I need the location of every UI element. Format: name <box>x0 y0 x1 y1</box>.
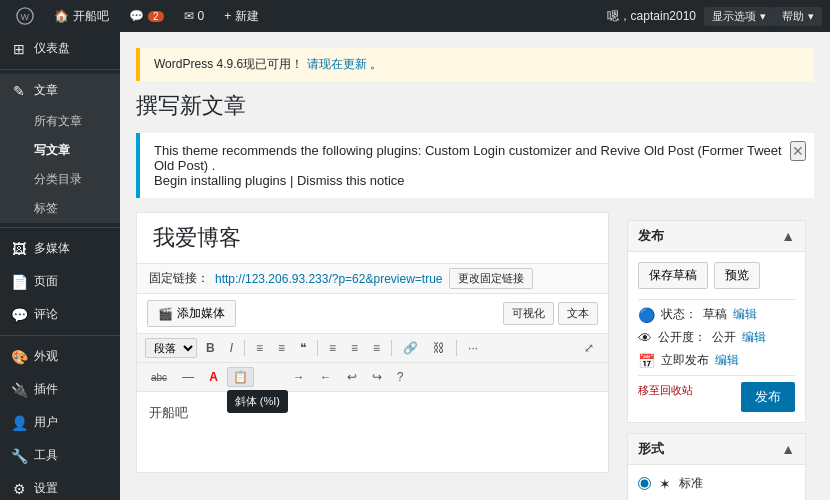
format-select[interactable]: 段落 <box>145 338 197 358</box>
publish-actions: 保存草稿 预览 <box>638 262 795 289</box>
horizontal-rule-button[interactable]: — <box>176 367 200 387</box>
sidebar-item-posts[interactable]: ✎ 文章 <box>0 74 120 107</box>
settings-icon: ⚙ <box>10 481 28 497</box>
comment-icon: 💬 <box>129 9 144 23</box>
adminbar-new[interactable]: + 新建 <box>216 8 266 25</box>
adminbar-messages[interactable]: ✉ 0 <box>176 9 213 23</box>
page-title: 撰写新文章 <box>136 91 814 121</box>
close-notice-button[interactable]: ✕ <box>790 141 806 161</box>
svg-text:W: W <box>21 12 30 22</box>
align-left-button[interactable]: ≡ <box>323 338 342 358</box>
adminbar-comments[interactable]: 💬 2 <box>121 9 172 23</box>
publish-panel: 发布 ▲ 保存草稿 预览 🔵 状态： 草稿 编辑 <box>627 220 806 423</box>
wp-logo[interactable]: W <box>8 7 42 25</box>
indent-button[interactable]: → <box>287 367 311 387</box>
change-permalink-button[interactable]: 更改固定链接 <box>449 268 533 289</box>
sidebar-item-users[interactable]: 👤 用户 <box>0 406 120 439</box>
update-notice: WordPress 4.9.6现已可用！ 请现在更新 。 <box>136 48 814 81</box>
sidebar-item-categories[interactable]: 分类目录 <box>0 165 120 194</box>
ordered-list-button[interactable]: ≡ <box>272 338 291 358</box>
italic-button[interactable]: I <box>224 338 239 358</box>
publish-footer: 移至回收站 发布 <box>638 382 795 412</box>
outdent-button[interactable]: ← <box>314 367 338 387</box>
message-icon: ✉ <box>184 9 194 23</box>
sidebar-item-media[interactable]: 🖼 多媒体 <box>0 232 120 265</box>
sidebar-item-all-posts[interactable]: 所有文章 <box>0 107 120 136</box>
format-panel-body: ✶ 标准 📄 日志 🖼 相册 🔗 <box>628 465 805 500</box>
toolbar-separator-2 <box>317 340 318 356</box>
update-link[interactable]: 请现在更新 <box>307 57 367 71</box>
strikethrough-button[interactable]: abc <box>145 369 173 386</box>
comments-icon: 💬 <box>10 307 28 323</box>
help-button[interactable]: 帮助 ▾ <box>774 7 822 26</box>
visual-tab[interactable]: 可视化 <box>503 302 554 325</box>
media-add-bar: 🎬 添加媒体 可视化 文本 <box>137 294 608 334</box>
publish-time-edit-link[interactable]: 编辑 <box>715 352 739 369</box>
publish-panel-toggle[interactable]: ▲ <box>781 228 795 244</box>
visibility-edit-link[interactable]: 编辑 <box>742 329 766 346</box>
preview-button[interactable]: 预览 <box>714 262 760 289</box>
editor-wrapper: 固定链接： http://123.206.93.233/?p=62&previe… <box>136 212 609 473</box>
sidebar-item-comments[interactable]: 💬 评论 <box>0 298 120 331</box>
text-tab[interactable]: 文本 <box>558 302 598 325</box>
add-media-button[interactable]: 🎬 添加媒体 <box>147 300 236 327</box>
italic-tooltip: 斜体 (%I) <box>227 390 288 413</box>
sidebar-item-tags[interactable]: 标签 <box>0 194 120 223</box>
bold-button[interactable]: B <box>200 338 221 358</box>
appearance-icon: 🎨 <box>10 349 28 365</box>
sidebar-item-write-post[interactable]: 写文章 <box>0 136 120 165</box>
media-icon: 🖼 <box>10 241 28 257</box>
post-title-input[interactable] <box>145 221 600 255</box>
status-row: 🔵 状态： 草稿 编辑 <box>638 306 795 323</box>
editor-body[interactable]: 开船吧 <box>137 392 608 472</box>
dashboard-icon: ⊞ <box>10 41 28 57</box>
post-title-area <box>137 213 608 264</box>
read-more-button[interactable]: ··· <box>462 338 484 358</box>
sidebar-item-tools[interactable]: 🔧 工具 <box>0 439 120 472</box>
permalink-row: 固定链接： http://123.206.93.233/?p=62&previe… <box>137 264 608 294</box>
sidebar-item-appearance[interactable]: 🎨 外观 <box>0 340 120 373</box>
standard-icon: ✶ <box>659 476 671 492</box>
toolbar-row-2: abc — A 📋 斜体 (%I) → ← ↩ ↪ ? <box>137 363 608 392</box>
unordered-list-button[interactable]: ≡ <box>250 338 269 358</box>
paste-text-button[interactable]: 📋 <box>227 367 254 387</box>
align-right-button[interactable]: ≡ <box>367 338 386 358</box>
sidebar-item-dashboard[interactable]: ⊞ 仪表盘 <box>0 32 120 65</box>
adminbar-site-name[interactable]: 🏠 开船吧 <box>46 8 117 25</box>
format-standard-radio[interactable] <box>638 477 651 490</box>
pages-icon: 📄 <box>10 274 28 290</box>
sidebar-item-plugins[interactable]: 🔌 插件 <box>0 373 120 406</box>
undo-button[interactable]: ↩ <box>341 367 363 387</box>
display-options-button[interactable]: 显示选项 ▾ <box>704 7 774 26</box>
editor-view-tabs: 可视化 文本 <box>503 302 598 325</box>
dismiss-notice-link[interactable]: Dismiss this notice <box>297 173 405 188</box>
adminbar-greeting[interactable]: 嗯，captain2010 <box>599 8 704 25</box>
format-standard: ✶ 标准 <box>638 475 795 492</box>
save-draft-button[interactable]: 保存草稿 <box>638 262 708 289</box>
begin-install-link[interactable]: Begin installing plugins <box>154 173 286 188</box>
sidebar-item-pages[interactable]: 📄 页面 <box>0 265 120 298</box>
blockquote-button[interactable]: ❝ <box>294 338 312 358</box>
redo-button[interactable]: ↪ <box>366 367 388 387</box>
fullscreen-button[interactable]: ⤢ <box>578 338 600 358</box>
main-content: WordPress 4.9.6现已可用！ 请现在更新 。 撰写新文章 This … <box>120 32 830 500</box>
align-center-button[interactable]: ≡ <box>345 338 364 358</box>
font-color-button[interactable]: A <box>203 367 224 387</box>
publish-panel-body: 保存草稿 预览 🔵 状态： 草稿 编辑 👁 公开度： 公开 编辑 <box>628 252 805 422</box>
format-panel-toggle[interactable]: ▲ <box>781 441 795 457</box>
sidebar-item-settings[interactable]: ⚙ 设置 <box>0 472 120 500</box>
plugin1-link[interactable]: Custom Login customizer <box>425 143 572 158</box>
toolbar-separator-3 <box>391 340 392 356</box>
publish-button[interactable]: 发布 <box>741 382 795 412</box>
right-sidebar: 发布 ▲ 保存草稿 预览 🔵 状态： 草稿 编辑 <box>619 212 814 500</box>
move-to-trash-link[interactable]: 移至回收站 <box>638 384 693 396</box>
help-button[interactable]: ? <box>391 367 410 387</box>
permalink-url[interactable]: http://123.206.93.233/?p=62&preview=true <box>215 272 443 286</box>
home-icon: 🏠 <box>54 9 69 23</box>
admin-bar: W 🏠 开船吧 💬 2 ✉ 0 + 新建 嗯，captain2010 显示选项 … <box>0 0 830 32</box>
toolbar-separator-1 <box>244 340 245 356</box>
insert-link-button[interactable]: 🔗 <box>397 338 424 358</box>
unlink-button[interactable]: ⛓ <box>427 338 451 358</box>
status-edit-link[interactable]: 编辑 <box>733 306 757 323</box>
toolbar-row-1: 段落 B I ≡ ≡ ❝ ≡ ≡ ≡ 🔗 ⛓ ··· <box>137 334 608 363</box>
